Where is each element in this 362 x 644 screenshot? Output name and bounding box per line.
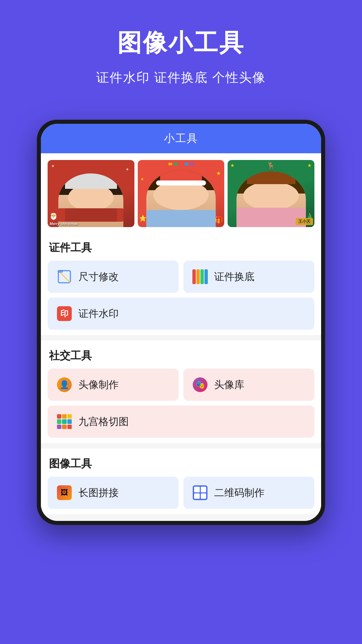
cert-tools-grid: 尺寸修改 证件换底 bbox=[41, 261, 321, 330]
banner-card-1[interactable]: ✦ ✦ bbox=[48, 160, 134, 227]
tool-long-img-label: 长图拼接 bbox=[78, 486, 119, 500]
banner-card-2[interactable]: ★ ★ bbox=[138, 160, 225, 227]
avatar2-icon: 🎭 bbox=[191, 376, 209, 393]
tool-change-bg-label: 证件换底 bbox=[214, 270, 254, 284]
tool-qrcode[interactable]: 二维码制作 bbox=[183, 477, 314, 509]
phone-content: ✦ ✦ bbox=[41, 153, 321, 521]
avatar-icon: 👤 bbox=[56, 376, 73, 393]
tool-watermark[interactable]: 印 证件水印 bbox=[48, 298, 314, 330]
app-title: 图像小工具 bbox=[13, 27, 349, 59]
banner-row: ✦ ✦ bbox=[41, 153, 321, 232]
tool-avatar-lib-label: 头像库 bbox=[214, 378, 244, 392]
ruler-icon bbox=[56, 268, 73, 285]
tool-avatar-make[interactable]: 👤 头像制作 bbox=[48, 369, 179, 401]
tool-watermark-label: 证件水印 bbox=[78, 307, 119, 321]
tool-resize-label: 尺寸修改 bbox=[78, 270, 119, 284]
stamp-icon: 印 bbox=[56, 305, 73, 322]
social-tools-title: 社交工具 bbox=[41, 340, 321, 369]
app-subtitle: 证件水印 证件换底 个性头像 bbox=[13, 69, 349, 86]
banner-3-tag: 王小天 bbox=[296, 218, 313, 225]
tool-avatar-lib[interactable]: 🎭 头像库 bbox=[183, 369, 314, 401]
cert-tools-title: 证件工具 bbox=[41, 232, 321, 261]
tool-long-img[interactable]: 🖼 长图拼接 bbox=[48, 477, 179, 509]
tool-avatar-make-label: 头像制作 bbox=[78, 378, 119, 392]
tool-resize[interactable]: 尺寸修改 bbox=[48, 261, 179, 293]
tool-qrcode-label: 二维码制作 bbox=[214, 486, 264, 500]
phone-frame: 小工具 ✦ ✦ bbox=[37, 120, 325, 525]
tool-grid-cut-label: 九宫格切图 bbox=[78, 415, 129, 429]
tool-change-bg[interactable]: 证件换底 bbox=[183, 261, 314, 293]
topbar-label: 小工具 bbox=[164, 132, 198, 144]
phone-topbar: 小工具 bbox=[41, 124, 321, 153]
image-tools-title: 图像工具 bbox=[41, 448, 321, 477]
social-tools-grid: 👤 头像制作 🎭 头像库 bbox=[41, 369, 321, 438]
grid9-icon bbox=[56, 413, 73, 430]
banner-1-text: Merry christmas bbox=[50, 222, 78, 226]
palette-icon bbox=[191, 268, 209, 285]
social-tools-section: 社交工具 👤 头像制作 🎭 头像库 bbox=[41, 340, 321, 443]
banner-card-3[interactable]: 🦌 ★ ★ bbox=[228, 160, 314, 227]
header-section: 图像小工具 证件水印 证件换底 个性头像 bbox=[0, 0, 362, 106]
svg-rect-2 bbox=[58, 270, 63, 273]
tool-grid-cut[interactable]: 九宫格切图 bbox=[48, 406, 314, 438]
qrcode-icon bbox=[191, 484, 209, 501]
longimg-icon: 🖼 bbox=[56, 484, 73, 501]
cert-tools-section: 证件工具 尺寸修改 bbox=[41, 232, 321, 335]
image-tools-section: 图像工具 🖼 长图拼接 bbox=[41, 448, 321, 514]
phone-inner: 小工具 ✦ ✦ bbox=[41, 124, 321, 521]
image-tools-grid: 🖼 长图拼接 二维码制作 bbox=[41, 477, 321, 509]
